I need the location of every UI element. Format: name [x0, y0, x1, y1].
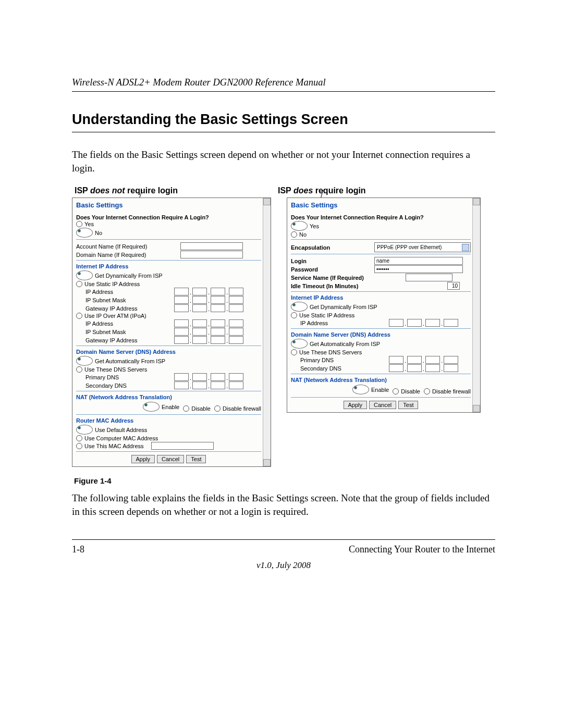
radio-icon [76, 228, 93, 238]
ip-dynamic-option[interactable]: Get Dynamically From ISP [291, 302, 471, 312]
idle-timeout-label: Idle Timeout (In Minutes) [291, 283, 447, 289]
version-footer: v1.0, July 2008 [72, 560, 495, 571]
encapsulation-select[interactable]: PPPoE (PPP over Ethernet) [374, 242, 471, 252]
mac-this-option[interactable]: Use This MAC Address [76, 442, 261, 450]
domain-name-label: Domain Name (If Required) [76, 252, 180, 258]
login-no-option[interactable]: No [291, 231, 471, 238]
login-question: Does Your Internet Connection Require A … [291, 214, 471, 220]
account-name-label: Account Name (If Required) [76, 243, 180, 250]
nat-heading: NAT (Network Address Translation) [76, 394, 261, 400]
internet-ip-heading: Internet IP Address [291, 294, 471, 301]
panel-title: Basic Settings [287, 198, 480, 214]
primary-dns-input[interactable]: ... [389, 356, 458, 364]
secondary-dns-input[interactable]: ... [174, 381, 243, 389]
login-no-option[interactable]: No [76, 228, 261, 238]
domain-name-input[interactable] [180, 251, 243, 258]
login-yes-option[interactable]: Yes [76, 221, 261, 227]
gateway-input[interactable]: ... [174, 304, 243, 312]
internet-ip-heading: Internet IP Address [76, 263, 261, 269]
nat-disable-option[interactable]: Disable [393, 388, 420, 394]
service-name-input[interactable] [406, 274, 452, 281]
test-button[interactable]: Test [186, 455, 206, 463]
login-yes-option[interactable]: Yes [291, 221, 471, 231]
secondary-dns-label: Secondary DNS [85, 382, 174, 389]
nat-enable-option[interactable]: Enable [143, 402, 179, 412]
ipoa-subnet-input[interactable]: ... [174, 328, 243, 336]
dns-auto-option[interactable]: Get Automatically From ISP [76, 356, 261, 366]
screenshot-no-login: Basic Settings Does Your Internet Connec… [72, 198, 271, 467]
figure-label: Figure 1-4 [74, 476, 495, 485]
dns-heading: Domain Name Server (DNS) Address [291, 331, 471, 338]
ipoa-gw-label: Gateway IP Address [85, 337, 174, 343]
dns-use-option[interactable]: Use These DNS Servers [291, 349, 471, 355]
nat-enable-option[interactable]: Enable [352, 385, 389, 394]
section-heading: Understanding the Basic Settings Screen [72, 112, 495, 132]
cancel-button[interactable]: Cancel [369, 401, 396, 409]
scrollbar[interactable] [263, 198, 271, 466]
radio-icon [76, 221, 82, 227]
mac-default-option[interactable]: Use Default Address [76, 425, 261, 435]
intro-paragraph: The fields on the Basic Settings screen … [72, 148, 495, 175]
outro-paragraph: The following table explains the fields … [72, 491, 495, 518]
ip-static-option[interactable]: Use Static IP Address [76, 281, 261, 287]
ip-address-label: IP Address [300, 320, 389, 326]
ip-address-input[interactable]: ... [174, 288, 243, 295]
subnet-label: IP Subnet Mask [85, 297, 174, 303]
password-input[interactable]: ••••••• [374, 265, 463, 273]
test-button[interactable]: Test [398, 401, 418, 409]
apply-button[interactable]: Apply [344, 401, 368, 409]
primary-dns-label: Primary DNS [85, 374, 174, 380]
password-label: Password [291, 266, 374, 273]
nat-disable-option[interactable]: Disable [183, 405, 211, 412]
manual-title: Wireless-N ADSL2+ Modem Router DGN2000 R… [72, 77, 495, 92]
apply-button[interactable]: Apply [131, 455, 155, 463]
nat-heading: NAT (Network Address Translation) [291, 377, 471, 383]
scroll-down-icon[interactable] [473, 405, 480, 412]
nat-disable-firewall-option[interactable]: Disable firewall [214, 405, 261, 412]
service-name-label: Service Name (If Required) [291, 275, 406, 281]
panel-title: Basic Settings [72, 198, 271, 214]
gateway-label: Gateway IP Address [85, 305, 174, 312]
login-question: Does Your Internet Connection Require A … [76, 214, 261, 220]
nat-disable-firewall-option[interactable]: Disable firewall [424, 388, 471, 394]
login-input[interactable]: name [374, 257, 463, 265]
caption-right: ISP does require login [278, 186, 495, 195]
chapter-title: Connecting Your Router to the Internet [349, 544, 495, 555]
scrollbar[interactable] [472, 198, 480, 412]
ipoa-ip-label: IP Address [85, 320, 174, 327]
ip-static-option[interactable]: Use Static IP Address [291, 312, 471, 318]
secondary-dns-label: Secondary DNS [300, 365, 389, 372]
ipoa-ip-input[interactable]: ... [174, 319, 243, 327]
account-name-input[interactable] [180, 242, 243, 250]
ipoa-option[interactable]: Use IP Over ATM (IPoA) [76, 313, 261, 319]
dns-use-option[interactable]: Use These DNS Servers [76, 366, 261, 373]
ipoa-gw-input[interactable]: ... [174, 336, 243, 344]
login-label: Login [291, 258, 374, 264]
mac-address-input[interactable] [151, 442, 214, 450]
page-number: 1-8 [72, 544, 84, 555]
dns-auto-option[interactable]: Get Automatically From ISP [291, 339, 471, 349]
scroll-up-icon[interactable] [473, 198, 480, 205]
scroll-down-icon[interactable] [263, 459, 271, 466]
ip-address-label: IP Address [85, 289, 174, 295]
caption-left: ISP does not require login [72, 186, 278, 195]
dns-heading: Domain Name Server (DNS) Address [76, 349, 261, 355]
ipoa-subnet-label: IP Subnet Mask [85, 329, 174, 335]
ip-address-input[interactable]: ... [389, 319, 458, 327]
mac-computer-option[interactable]: Use Computer MAC Address [76, 435, 261, 441]
screenshot-login: Basic Settings Does Your Internet Connec… [287, 198, 481, 413]
primary-dns-input[interactable]: ... [174, 373, 243, 381]
ip-dynamic-option[interactable]: Get Dynamically From ISP [76, 270, 261, 280]
scroll-up-icon[interactable] [263, 198, 271, 205]
encapsulation-label: Encapsulation [291, 244, 374, 251]
cancel-button[interactable]: Cancel [157, 455, 184, 463]
primary-dns-label: Primary DNS [300, 357, 389, 363]
idle-timeout-input[interactable]: 10 [447, 282, 460, 290]
mac-heading: Router MAC Address [76, 417, 261, 424]
secondary-dns-input[interactable]: ... [389, 364, 458, 372]
subnet-input[interactable]: ... [174, 296, 243, 304]
